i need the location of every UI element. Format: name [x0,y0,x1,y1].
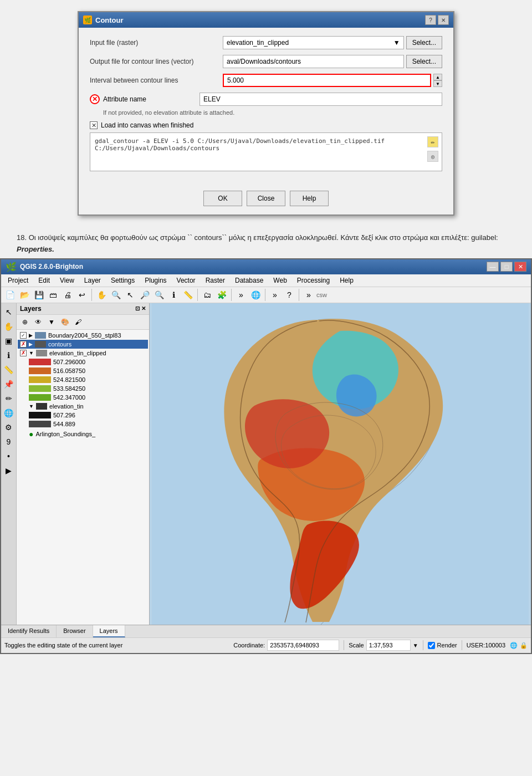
output-select-button[interactable]: Select... [406,55,442,68]
qgis-minimize-button[interactable]: — [487,262,499,272]
status-render-checkbox[interactable] [428,642,435,649]
layer-boundary[interactable]: ▶ Boundary2004_550_stpl83 [18,331,148,340]
status-globe-icon[interactable]: 🌐 [510,642,518,649]
tab-identify-results[interactable]: Identify Results [1,625,57,637]
load-checkbox[interactable]: ✕ [90,121,98,129]
tb-more2-icon[interactable]: » [268,288,282,302]
menu-vector[interactable]: Vector [172,275,200,285]
layer-arlington[interactable]: ● Arlington_Soundings_ [18,428,148,440]
tb-plugins-icon[interactable]: 🧩 [215,288,228,302]
run-command-icon[interactable]: ◎ [427,151,438,162]
layers-add-icon[interactable]: ⊕ [19,316,31,328]
dropdown-arrow-icon: ▼ [393,39,400,47]
dialog-close-btn[interactable]: ✕ [438,15,449,25]
layers-style-icon[interactable]: 🖌 [72,316,84,328]
close-button[interactable]: Close [247,191,285,206]
layer-tin-label: elevation_tin [49,403,84,410]
menu-layer[interactable]: Layer [80,275,105,285]
tb-saveas-icon[interactable]: 🗃 [47,288,60,302]
menu-edit[interactable]: Edit [34,275,54,285]
tb-undo-icon[interactable]: ↩ [75,288,89,302]
menu-database[interactable]: Database [231,275,268,285]
edit-command-icon[interactable]: ✏ [427,136,438,147]
tb-zoom-icon[interactable]: 🔍 [109,288,122,302]
tb-more3-icon[interactable]: » [302,288,315,302]
input-file-dropdown[interactable]: elevation_tin_clipped ▼ [223,36,404,49]
sidebar-arrow-icon[interactable]: ↖ [2,305,16,319]
qgis-maximize-button[interactable]: □ [500,262,513,272]
tb-more1-icon[interactable]: » [234,288,248,302]
layers-undock-icon[interactable]: ⊡ [135,305,140,312]
sidebar-dots-icon[interactable]: • [2,450,16,463]
dialog-help-btn[interactable]: ? [425,15,436,25]
output-file-input[interactable]: aval/Downloads/contours [223,55,404,68]
attr-checkbox[interactable]: ✕ [90,94,100,104]
tb-help-icon[interactable]: ? [283,288,296,302]
tab-layers[interactable]: Layers [93,625,125,637]
spinner-down-icon[interactable]: ▼ [433,80,442,87]
tb-save-icon[interactable]: 💾 [32,288,45,302]
menu-plugins[interactable]: Plugins [140,275,171,285]
tb-globe-icon[interactable]: 🌐 [249,288,262,302]
menu-raster[interactable]: Raster [201,275,229,285]
layer-contours[interactable]: ▶ contours [18,340,148,349]
input-select-button[interactable]: Select... [406,36,442,49]
layers-eye-icon[interactable]: 👁 [32,316,44,328]
sidebar-identify-icon[interactable]: ℹ [2,349,16,362]
sidebar-globe-icon[interactable]: 🌐 [2,406,16,420]
load-checkbox-row: ✕ Load into canvas when finished [90,121,442,129]
status-scale-arrow-icon[interactable]: ▼ [413,642,418,649]
menu-project[interactable]: Project [3,275,33,285]
sidebar-9-icon[interactable]: 9 [2,435,16,448]
interval-input[interactable]: 5.000 [223,74,431,87]
layer-contours-expand[interactable]: ▶ [29,341,33,347]
qgis-close-button[interactable]: ✕ [514,262,526,272]
tb-layers-icon[interactable]: 🗂 [201,288,214,302]
sidebar-settings-icon[interactable]: ⚙ [2,421,16,434]
layer-boundary-checkbox[interactable] [20,332,27,339]
tb-open-icon[interactable]: 📂 [18,288,31,302]
tb-zoomin-icon[interactable]: 🔎 [138,288,151,302]
sidebar-select-icon[interactable]: ▣ [2,334,16,348]
interval-spinner[interactable]: ▲ ▼ [433,74,442,87]
layer-contours-checkbox[interactable] [20,341,27,348]
tb-zoomout-icon[interactable]: 🔍 [152,288,166,302]
tb-print-icon[interactable]: 🖨 [61,288,74,302]
menu-help[interactable]: Help [335,275,358,285]
dialog-title: Contour [95,16,124,24]
menu-settings[interactable]: Settings [106,275,139,285]
sidebar-pan-icon[interactable]: ✋ [2,320,16,333]
layer-tin-val2-label: 544.889 [53,421,75,427]
attr-name-input[interactable]: ELEV [200,93,442,106]
layer-boundary-expand[interactable]: ▶ [29,333,33,338]
spinner-up-icon[interactable]: ▲ [433,74,442,80]
sidebar-annotation-icon[interactable]: ✏ [2,392,16,405]
sidebar-measure-icon[interactable]: 📏 [2,363,16,376]
status-coord-input[interactable]: 2353573,6948093 [267,640,339,651]
tb-identify-icon[interactable]: ℹ [167,288,180,302]
menu-processing[interactable]: Processing [293,275,334,285]
layer-elevation-clipped-checkbox[interactable] [20,350,27,356]
command-text: gdal_contour -a ELEV -i 5.0 C:/Users/Uja… [95,137,385,152]
layer-tin-expand[interactable]: ▼ [29,404,34,409]
status-scale-input[interactable]: 1:37,593 [366,640,411,651]
layers-filter-icon[interactable]: ▼ [45,316,58,328]
layer-elevation-clipped[interactable]: ▼ elevation_tin_clipped [18,349,148,358]
tb-new-icon[interactable]: 📄 [3,288,17,302]
tb-measure-icon[interactable]: 📏 [181,288,195,302]
tab-browser[interactable]: Browser [57,625,93,637]
sidebar-arrow2-icon[interactable]: ▶ [2,464,16,477]
ok-button[interactable]: OK [203,191,242,206]
layer-elevation-tin[interactable]: ▼ elevation_tin [18,402,148,411]
status-lock-icon[interactable]: 🔒 [520,642,528,649]
map-canvas[interactable] [150,303,531,625]
sidebar-pin-icon[interactable]: 📌 [2,377,16,391]
menu-web[interactable]: Web [269,275,291,285]
menu-view[interactable]: View [55,275,79,285]
tb-select-icon[interactable]: ↖ [124,288,137,302]
tb-pan-icon[interactable]: ✋ [95,288,108,302]
layers-color-icon[interactable]: 🎨 [59,316,71,328]
layer-elevation-expand[interactable]: ▼ [29,350,34,356]
help-button[interactable]: Help [290,191,329,206]
layers-close-icon[interactable]: ✕ [141,305,146,312]
